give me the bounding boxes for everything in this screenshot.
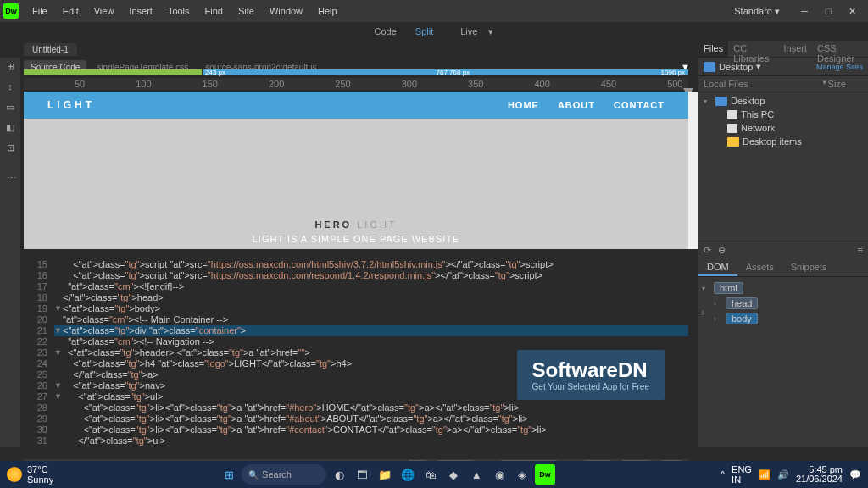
edge-icon[interactable]: 🌐 xyxy=(398,464,418,485)
taskbar-center: ⊞ 🔍 Search ◐ 🗔 📁 🌐 🛍 ◆ ▲ ◉ ◈ Dw xyxy=(57,464,717,485)
manage-sites-link[interactable]: Manage Sites xyxy=(816,63,863,71)
col-size[interactable]: Size xyxy=(828,79,846,89)
bp-label: 243 px xyxy=(205,69,225,76)
refresh-icon[interactable]: ⟳ xyxy=(704,245,711,256)
maximize-icon[interactable]: □ xyxy=(822,6,834,17)
menu-insert[interactable]: Insert xyxy=(122,3,159,19)
bp-label: 1096 px xyxy=(661,69,685,76)
tab-cssdes[interactable]: CSS Designer xyxy=(812,41,868,57)
menu-tools[interactable]: Tools xyxy=(161,3,197,19)
app3-icon[interactable]: ▲ xyxy=(466,464,487,485)
dom-node[interactable]: ›head xyxy=(702,296,865,311)
nav-contact[interactable]: CONTACT xyxy=(614,100,665,110)
dom-panel: ⟳ ⊖ ≡ DOM Assets Snippets + ▾html›head›b… xyxy=(698,241,868,447)
page-header: LIGHT HOME ABOUT CONTACT xyxy=(24,92,688,119)
dom-tree[interactable]: + ▾html›head›body xyxy=(698,277,868,330)
wm-sub: Get Your Selected App for Free xyxy=(532,382,649,391)
explorer-icon[interactable]: 📁 xyxy=(375,464,395,485)
more-tools-icon[interactable]: ⋯ xyxy=(3,173,17,186)
tab-assets[interactable]: Assets xyxy=(737,259,782,276)
menu-find[interactable]: Find xyxy=(198,3,230,19)
windows-taskbar: 37°CSunny ⊞ 🔍 Search ◐ 🗔 📁 🌐 🛍 ◆ ▲ ◉ ◈ D… xyxy=(0,461,868,488)
app-icon[interactable]: 🗔 xyxy=(352,464,372,485)
panel-menu-icon[interactable]: ≡ xyxy=(858,245,863,256)
page-nav: HOME ABOUT CONTACT xyxy=(508,100,665,110)
tool-3-icon[interactable]: ▭ xyxy=(3,102,17,115)
menu-edit[interactable]: Edit xyxy=(56,3,86,19)
app4-icon[interactable]: ◉ xyxy=(489,464,509,485)
tool-4-icon[interactable]: ◧ xyxy=(3,122,17,136)
page-logo[interactable]: LIGHT xyxy=(47,99,508,111)
tree-node[interactable]: Network xyxy=(698,121,868,135)
menu-file[interactable]: File xyxy=(25,3,54,19)
main-menu: File Edit View Insert Tools Find Site Wi… xyxy=(25,3,729,19)
v-scrollbar[interactable] xyxy=(688,92,698,249)
dom-node[interactable]: ›body xyxy=(702,311,865,326)
taskview-icon[interactable]: ◐ xyxy=(329,464,349,485)
tree-node[interactable]: ▾Desktop xyxy=(698,94,868,108)
tree-node[interactable]: This PC xyxy=(698,108,868,121)
bp-label: 767 768 px xyxy=(437,69,470,76)
condition: Sunny xyxy=(27,474,53,485)
view-split[interactable]: Split xyxy=(407,25,442,38)
drive-icon xyxy=(704,62,715,72)
breakpoint-blue[interactable]: 243 px 767 768 px 1096 px xyxy=(203,69,688,75)
dw-taskbar-icon[interactable]: Dw xyxy=(535,464,555,485)
horizontal-ruler: 5010015020025030035040045050055060065070… xyxy=(24,78,688,90)
temperature: 37°C xyxy=(27,464,53,474)
view-mode-bar: Code Split Live ▾ xyxy=(0,22,868,41)
close-icon[interactable]: ✕ xyxy=(846,6,858,17)
dom-tabs: DOM Assets Snippets xyxy=(698,259,868,277)
tool-2-icon[interactable]: ↕ xyxy=(3,81,17,95)
tab-dom[interactable]: DOM xyxy=(698,259,737,276)
view-code[interactable]: Code xyxy=(366,25,405,38)
live-view-canvas[interactable]: LIGHT HOME ABOUT CONTACT HERO LIGHT LIGH… xyxy=(24,92,688,249)
nav-about[interactable]: ABOUT xyxy=(558,100,595,110)
app2-icon[interactable]: ◆ xyxy=(443,464,464,485)
collapse-icon[interactable]: ⊖ xyxy=(718,245,726,256)
file-tree: ▾DesktopThis PCNetworkDesktop items xyxy=(698,92,868,150)
tool-sidebar: ⊞ ↕ ▭ ◧ ⊡ ⋯ xyxy=(0,58,20,447)
dom-node[interactable]: ▾html xyxy=(702,280,865,296)
tab-cclib[interactable]: CC Libraries xyxy=(728,41,778,57)
minimize-icon[interactable]: ─ xyxy=(798,6,810,17)
volume-icon[interactable]: 🔊 xyxy=(777,469,789,480)
tab-files[interactable]: Files xyxy=(698,41,728,57)
tree-node[interactable]: Desktop items xyxy=(698,135,868,148)
tab-untitled[interactable]: Untitled-1 xyxy=(24,43,77,56)
tool-1-icon[interactable]: ⊞ xyxy=(3,61,17,75)
sun-icon xyxy=(7,467,22,482)
tray-up-icon[interactable]: ^ xyxy=(721,469,725,480)
workspace-switcher[interactable]: Standard ▾ xyxy=(729,4,785,19)
media-query-bar[interactable]: 243 px 767 768 px 1096 px xyxy=(24,69,688,76)
tool-5-icon[interactable]: ⊡ xyxy=(3,142,17,156)
view-live[interactable]: Live ▾ xyxy=(443,25,502,39)
file-columns: Local Files▼ Size xyxy=(698,76,868,92)
notif-icon[interactable]: 💬 xyxy=(849,469,861,480)
start-icon[interactable]: ⊞ xyxy=(219,464,239,485)
tab-insert[interactable]: Insert xyxy=(779,41,813,57)
hero-title: HERO LIGHT xyxy=(314,214,397,232)
wm-title: SoftwareDN xyxy=(532,358,649,382)
lang-indicator[interactable]: ENGIN xyxy=(732,464,752,485)
breakpoint-green[interactable] xyxy=(24,69,202,75)
menu-window[interactable]: Window xyxy=(263,3,309,19)
store-icon[interactable]: 🛍 xyxy=(420,464,441,485)
hero-subtitle: LIGHT IS A SIMPLE ONE PAGE WEBSITE xyxy=(253,234,460,244)
nav-home[interactable]: HOME xyxy=(508,100,539,110)
clock[interactable]: 5:45 pm21/06/2024 xyxy=(796,465,843,484)
menu-view[interactable]: View xyxy=(87,3,121,19)
app5-icon[interactable]: ◈ xyxy=(512,464,532,485)
system-tray: ^ ENGIN 📶 🔊 5:45 pm21/06/2024 💬 xyxy=(721,464,861,485)
weather-widget[interactable]: 37°CSunny xyxy=(7,464,53,485)
menu-site[interactable]: Site xyxy=(231,3,261,19)
col-localfiles[interactable]: Local Files xyxy=(704,79,821,89)
tab-snippets[interactable]: Snippets xyxy=(782,259,836,276)
chevron-down-icon: ▾ xyxy=(756,61,761,72)
add-node-icon[interactable]: + xyxy=(700,308,705,318)
menu-help[interactable]: Help xyxy=(311,3,344,19)
window-controls: ─ □ ✕ xyxy=(792,6,865,17)
wifi-icon[interactable]: 📶 xyxy=(759,469,771,480)
app-logo: Dw xyxy=(3,3,19,19)
search-box[interactable]: 🔍 Search xyxy=(242,464,326,485)
